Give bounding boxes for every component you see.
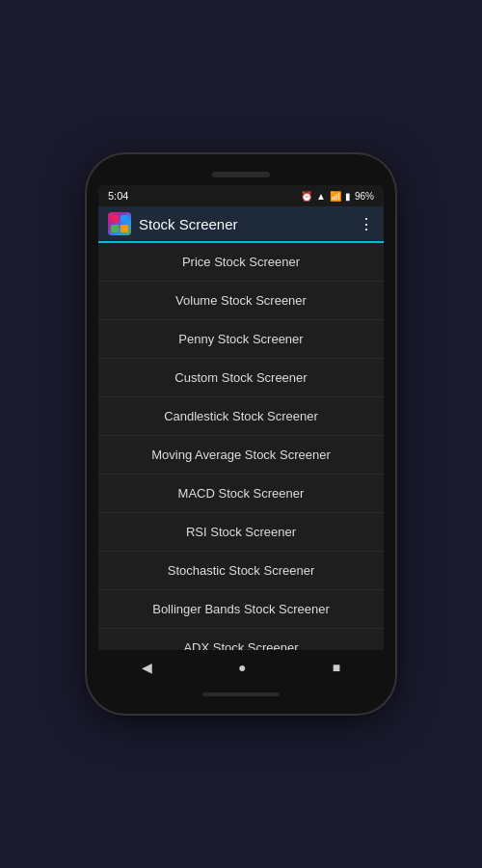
- phone-speaker: [212, 172, 270, 177]
- menu-item-volume[interactable]: Volume Stock Screener: [98, 282, 384, 320]
- phone-frame: 5:04 ⏰ ▲ 📶 ▮ 96% Stock Screener ⋮: [87, 154, 395, 714]
- menu-item-adx[interactable]: ADX Stock Screener: [98, 629, 384, 650]
- menu-item-candlestick[interactable]: Candlestick Stock Screener: [98, 397, 384, 436]
- menu-item-label-penny: Penny Stock Screener: [178, 332, 303, 346]
- menu-item-label-custom: Custom Stock Screener: [174, 370, 307, 385]
- menu-item-price[interactable]: Price Stock Screener: [98, 243, 384, 282]
- home-button[interactable]: ●: [223, 656, 261, 679]
- phone-top-bar: [98, 172, 384, 177]
- app-icon: [108, 212, 131, 235]
- menu-item-label-rsi: RSI Stock Screener: [186, 525, 296, 539]
- status-time: 5:04: [108, 190, 128, 202]
- menu-item-label-macd: MACD Stock Screener: [178, 486, 305, 501]
- wifi-icon: ▲: [316, 191, 326, 202]
- svg-rect-0: [111, 215, 119, 223]
- menu-item-macd[interactable]: MACD Stock Screener: [98, 475, 384, 513]
- svg-rect-2: [111, 225, 119, 232]
- home-indicator: [202, 692, 280, 696]
- menu-item-label-volume: Volume Stock Screener: [175, 293, 307, 308]
- menu-item-stochastic[interactable]: Stochastic Stock Screener: [98, 552, 384, 590]
- nav-bar: ◀ ● ■: [98, 650, 384, 685]
- status-icons: ⏰ ▲ 📶 ▮ 96%: [301, 191, 374, 202]
- recent-button[interactable]: ■: [317, 656, 356, 679]
- back-button[interactable]: ◀: [126, 656, 168, 679]
- menu-item-bollinger[interactable]: Bollinger Bands Stock Screener: [98, 590, 384, 629]
- menu-item-moving-average[interactable]: Moving Average Stock Screener: [98, 436, 384, 475]
- svg-rect-3: [120, 225, 128, 232]
- overflow-menu-icon[interactable]: ⋮: [359, 215, 374, 233]
- menu-list: Price Stock ScreenerVolume Stock Screene…: [98, 243, 384, 650]
- phone-screen: 5:04 ⏰ ▲ 📶 ▮ 96% Stock Screener ⋮: [98, 185, 384, 685]
- alarm-icon: ⏰: [301, 191, 312, 202]
- app-toolbar: Stock Screener ⋮: [98, 206, 384, 243]
- status-bar: 5:04 ⏰ ▲ 📶 ▮ 96%: [98, 185, 384, 206]
- menu-item-custom[interactable]: Custom Stock Screener: [98, 359, 384, 397]
- signal-icon: 📶: [330, 191, 341, 202]
- svg-rect-1: [120, 215, 128, 223]
- menu-item-penny[interactable]: Penny Stock Screener: [98, 320, 384, 359]
- menu-item-label-adx: ADX Stock Screener: [183, 640, 298, 650]
- menu-item-rsi[interactable]: RSI Stock Screener: [98, 513, 384, 552]
- menu-item-label-stochastic: Stochastic Stock Screener: [168, 563, 314, 578]
- menu-item-label-bollinger: Bollinger Bands Stock Screener: [152, 602, 330, 616]
- app-title: Stock Screener: [139, 216, 351, 232]
- phone-bottom-bar: [98, 692, 384, 696]
- menu-item-label-candlestick: Candlestick Stock Screener: [164, 409, 318, 423]
- battery-icon: ▮: [345, 191, 351, 202]
- battery-percent: 96%: [355, 191, 374, 202]
- menu-item-label-moving-average: Moving Average Stock Screener: [151, 448, 330, 462]
- menu-item-label-price: Price Stock Screener: [182, 255, 300, 269]
